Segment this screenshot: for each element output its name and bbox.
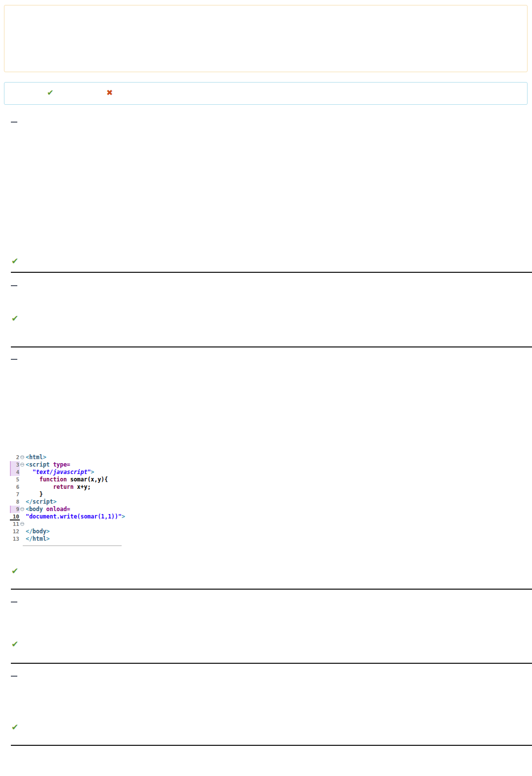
- code-text: }: [26, 491, 43, 498]
- fold-collapse-icon: [20, 522, 24, 526]
- quiz-results-page: ✔ ✖ ✔ ✔ 2<html>3<script type=4 "text/jav…: [0, 0, 532, 776]
- code-text: </script>: [26, 498, 56, 506]
- line-number: 7: [11, 491, 20, 498]
- dash-marker: [11, 122, 17, 123]
- correct-check-icon: ✔: [11, 640, 18, 648]
- fold-column: [20, 469, 26, 476]
- line-number: 8: [11, 498, 20, 506]
- fold-column: [20, 506, 26, 513]
- code-text: </html>: [26, 535, 50, 543]
- code-text: function somar(x,y){: [26, 476, 108, 483]
- code-line: 7 }: [10, 491, 138, 498]
- code-line: 4 "text/javascript">: [10, 469, 138, 476]
- correct-check-icon: ✔: [11, 567, 18, 575]
- code-line: 8</script>: [10, 498, 138, 506]
- line-number: 4: [11, 469, 20, 476]
- section-divider: [11, 663, 532, 664]
- fold-column: [20, 483, 26, 491]
- line-number: 3: [11, 461, 20, 469]
- correct-check-icon: ✔: [11, 723, 18, 732]
- dash-marker: [11, 602, 17, 603]
- fold-column: [20, 528, 26, 535]
- code-line: 6 return x+y;: [10, 483, 138, 491]
- line-number: 9: [11, 506, 20, 513]
- line-number: 6: [11, 483, 20, 491]
- code-line: 11: [10, 520, 138, 528]
- dash-marker: [11, 676, 17, 677]
- code-text: <html>: [26, 454, 46, 461]
- screenshot-bottom-edge: [23, 545, 122, 546]
- fold-column: [20, 461, 26, 469]
- check-icon[interactable]: ✔: [47, 89, 53, 97]
- code-line: 13</html>: [10, 535, 138, 543]
- line-number: 13: [11, 535, 20, 543]
- correct-check-icon: ✔: [11, 314, 18, 323]
- fold-column: [20, 498, 26, 506]
- code-line: 5 function somar(x,y){: [10, 476, 138, 483]
- code-text: "document.write(somar(1,1))">: [26, 513, 125, 520]
- code-line: 3<script type=: [10, 461, 138, 469]
- correct-check-icon: ✔: [11, 257, 18, 265]
- line-number: 11: [11, 520, 20, 528]
- code-line: 10"document.write(somar(1,1))">: [10, 513, 138, 520]
- section-divider: [11, 745, 532, 746]
- fold-column: [20, 535, 26, 543]
- line-number: 10: [11, 513, 20, 520]
- code-line: 2<html>: [10, 454, 138, 461]
- dash-marker: [11, 285, 17, 286]
- fold-collapse-icon: [20, 455, 24, 459]
- cross-icon[interactable]: ✖: [106, 89, 113, 97]
- fold-column: [20, 520, 26, 528]
- fold-column: [20, 454, 26, 461]
- section-divider: [11, 589, 532, 590]
- code-text: </body>: [26, 528, 50, 535]
- dash-marker: [11, 359, 17, 360]
- code-line: 12</body>: [10, 528, 138, 535]
- code-text: "text/javascript">: [26, 469, 94, 476]
- code-text: return x+y;: [26, 483, 91, 491]
- line-number: 5: [11, 476, 20, 483]
- code-lines: 2<html>3<script type=4 "text/javascript"…: [10, 454, 138, 543]
- code-line: 9<body onload=: [10, 506, 138, 513]
- line-number: 12: [11, 528, 20, 535]
- fold-column: [20, 476, 26, 483]
- question-panel: [4, 5, 528, 72]
- fold-collapse-icon: [20, 463, 24, 467]
- section-divider: [11, 272, 532, 273]
- line-number: 2: [11, 454, 20, 461]
- code-text: <body onload=: [26, 506, 70, 513]
- fold-column: [20, 513, 26, 520]
- answer-options-bar: ✔ ✖: [4, 82, 528, 105]
- fold-column: [20, 491, 26, 498]
- code-editor-screenshot: 2<html>3<script type=4 "text/javascript"…: [10, 454, 138, 543]
- section-divider: [11, 346, 532, 347]
- code-text: <script type=: [26, 461, 70, 469]
- fold-collapse-icon: [20, 507, 24, 511]
